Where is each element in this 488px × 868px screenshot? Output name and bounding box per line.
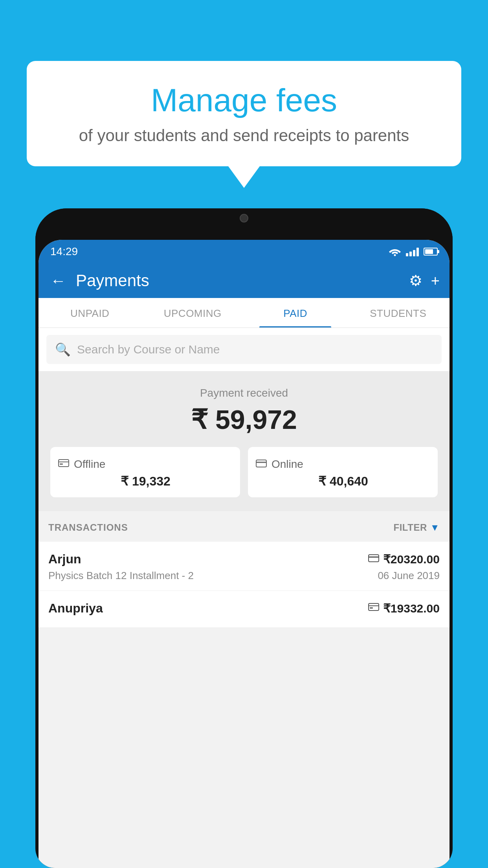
wifi-icon bbox=[389, 247, 401, 256]
add-button[interactable]: + bbox=[431, 272, 440, 289]
status-time: 14:29 bbox=[50, 245, 78, 258]
phone-frame: 14:29 bbox=[35, 208, 453, 868]
app-header: ← Payments ⚙ + bbox=[39, 263, 449, 298]
filter-label: FILTER bbox=[394, 522, 427, 533]
back-button[interactable]: ← bbox=[48, 271, 68, 291]
offline-payment-icon bbox=[368, 602, 379, 614]
tab-unpaid[interactable]: UNPAID bbox=[39, 298, 141, 327]
speech-bubble-title: Manage fees bbox=[50, 83, 438, 118]
offline-icon bbox=[58, 458, 69, 471]
transaction-bottom: Physics Batch 12 Installment - 2 06 June… bbox=[48, 570, 440, 582]
online-card: Online ₹ 40,640 bbox=[248, 447, 438, 497]
tab-students[interactable]: STUDENTS bbox=[347, 298, 450, 327]
phone-camera bbox=[240, 214, 248, 223]
svg-point-0 bbox=[394, 254, 396, 256]
payment-received-label: Payment received bbox=[50, 387, 438, 399]
svg-rect-4 bbox=[256, 460, 266, 467]
status-icons bbox=[389, 247, 438, 256]
phone-inner: 14:29 bbox=[39, 240, 449, 868]
settings-icon[interactable]: ⚙ bbox=[409, 272, 422, 289]
payment-cards: Offline ₹ 19,332 bbox=[50, 447, 438, 497]
online-label: Online bbox=[272, 458, 303, 471]
offline-amount: ₹ 19,332 bbox=[58, 474, 232, 489]
transaction-name: Arjun bbox=[48, 552, 81, 566]
table-row[interactable]: Arjun ₹20320.00 Physics Batch 12 Install… bbox=[39, 542, 449, 591]
online-payment-icon bbox=[368, 553, 379, 565]
online-icon bbox=[256, 458, 267, 471]
search-icon: 🔍 bbox=[55, 342, 71, 357]
transactions-header: TRANSACTIONS FILTER ▼ bbox=[39, 511, 449, 542]
tab-upcoming[interactable]: UPCOMING bbox=[141, 298, 244, 327]
transaction-date: 06 June 2019 bbox=[378, 570, 440, 582]
svg-rect-1 bbox=[59, 460, 69, 467]
speech-bubble-arrow bbox=[228, 166, 260, 188]
tabs-bar: UNPAID UPCOMING PAID STUDENTS bbox=[39, 298, 449, 328]
transaction-course: Physics Batch 12 Installment - 2 bbox=[48, 570, 194, 582]
transactions-label: TRANSACTIONS bbox=[48, 522, 128, 533]
offline-card: Offline ₹ 19,332 bbox=[50, 447, 240, 497]
speech-bubble: Manage fees of your students and send re… bbox=[27, 61, 461, 166]
phone-top bbox=[35, 208, 453, 240]
svg-rect-8 bbox=[369, 603, 379, 611]
offline-label: Offline bbox=[74, 458, 105, 471]
payment-total-amount: ₹ 59,972 bbox=[50, 404, 438, 435]
signal-icon bbox=[406, 247, 419, 256]
search-input-wrapper[interactable]: 🔍 Search by Course or Name bbox=[46, 335, 442, 364]
header-icons: ⚙ + bbox=[409, 272, 440, 289]
status-bar: 14:29 bbox=[39, 240, 449, 263]
battery-icon bbox=[424, 248, 438, 256]
svg-rect-3 bbox=[60, 463, 63, 465]
transaction-amount: ₹19332.00 bbox=[383, 601, 440, 615]
tab-paid[interactable]: PAID bbox=[244, 298, 347, 327]
svg-rect-6 bbox=[369, 555, 379, 562]
transaction-amount-wrapper: ₹20320.00 bbox=[368, 552, 440, 566]
search-input[interactable]: Search by Course or Name bbox=[77, 343, 220, 356]
transaction-name: Anupriya bbox=[48, 601, 103, 616]
transaction-amount-wrapper: ₹19332.00 bbox=[368, 601, 440, 615]
transaction-amount: ₹20320.00 bbox=[383, 552, 440, 566]
svg-rect-10 bbox=[370, 607, 373, 609]
payment-summary: Payment received ₹ 59,972 bbox=[39, 371, 449, 511]
online-card-header: Online bbox=[256, 458, 430, 471]
table-row[interactable]: Anupriya ₹19332.00 bbox=[39, 591, 449, 628]
search-container: 🔍 Search by Course or Name bbox=[39, 328, 449, 371]
battery-fill bbox=[425, 249, 433, 254]
speech-bubble-subtitle: of your students and send receipts to pa… bbox=[50, 125, 438, 147]
offline-card-header: Offline bbox=[58, 458, 232, 471]
speech-bubble-section: Manage fees of your students and send re… bbox=[27, 61, 461, 188]
transaction-top: Anupriya ₹19332.00 bbox=[48, 601, 440, 616]
online-amount: ₹ 40,640 bbox=[256, 474, 430, 489]
transaction-top: Arjun ₹20320.00 bbox=[48, 552, 440, 566]
filter-icon: ▼ bbox=[430, 522, 440, 533]
filter-button[interactable]: FILTER ▼ bbox=[394, 522, 440, 533]
page-title: Payments bbox=[76, 271, 401, 290]
phone-screen: 14:29 bbox=[39, 240, 449, 868]
